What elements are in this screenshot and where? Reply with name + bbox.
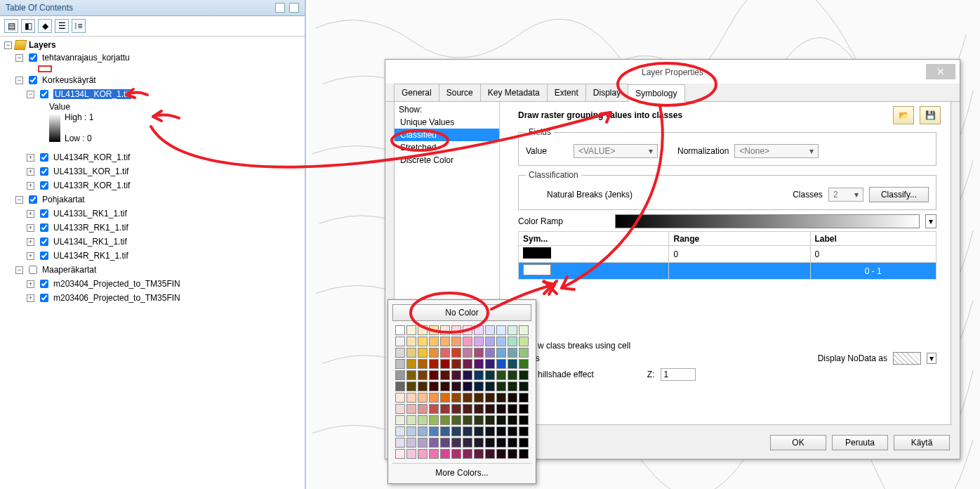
- color-swatch[interactable]: [508, 438, 517, 448]
- group-label[interactable]: Maaperäkartat: [42, 265, 96, 275]
- group-label[interactable]: Pohjakartat: [42, 195, 85, 204]
- symbol-swatch[interactable]: [523, 247, 551, 259]
- color-swatch[interactable]: [395, 370, 405, 380]
- ramp-dropdown-icon[interactable]: ▾: [925, 214, 936, 228]
- layer-checkbox[interactable]: [40, 237, 48, 246]
- color-swatch[interactable]: [440, 348, 450, 358]
- color-swatch[interactable]: [406, 426, 416, 436]
- color-swatch[interactable]: [440, 449, 450, 459]
- color-swatch[interactable]: [474, 382, 484, 391]
- save-icon[interactable]: 💾: [920, 106, 941, 124]
- pin-icon[interactable]: [275, 3, 285, 13]
- layer-label[interactable]: UL4134L_RK1_1.tif: [53, 237, 127, 247]
- color-swatch[interactable]: [463, 438, 472, 448]
- expand-icon[interactable]: +: [27, 238, 34, 246]
- color-swatch[interactable]: [519, 393, 529, 403]
- color-swatch[interactable]: [519, 348, 529, 358]
- apply-button[interactable]: Käytä: [894, 435, 950, 450]
- layer-checkbox[interactable]: [29, 53, 37, 62]
- layer-checkbox[interactable]: [40, 209, 48, 218]
- value-combo[interactable]: <VALUE>: [574, 144, 658, 158]
- tab-key-metadata[interactable]: Key Metadata: [480, 84, 548, 101]
- color-swatch[interactable]: [496, 438, 506, 448]
- color-palette[interactable]: [392, 325, 531, 459]
- symbol-swatch[interactable]: [523, 264, 551, 275]
- color-swatch[interactable]: [440, 438, 450, 448]
- color-swatch[interactable]: [463, 393, 472, 403]
- expand-icon[interactable]: +: [27, 280, 34, 288]
- color-swatch[interactable]: [429, 426, 439, 436]
- color-swatch[interactable]: [496, 393, 506, 403]
- color-swatch[interactable]: [485, 426, 495, 436]
- color-swatch[interactable]: [519, 404, 529, 414]
- layer-label[interactable]: m203404_Projected_to_TM35FIN: [53, 279, 180, 289]
- close-icon[interactable]: [289, 3, 299, 13]
- color-swatch[interactable]: [429, 404, 439, 414]
- color-swatch[interactable]: [395, 382, 405, 391]
- color-swatch[interactable]: [440, 359, 450, 369]
- color-swatch[interactable]: [508, 337, 517, 346]
- color-swatch[interactable]: [440, 325, 450, 335]
- color-swatch[interactable]: [406, 370, 416, 380]
- list-by-selection-icon[interactable]: ☰: [55, 19, 69, 33]
- layer-checkbox[interactable]: [40, 252, 48, 260]
- color-swatch[interactable]: [406, 449, 416, 459]
- color-swatch[interactable]: [451, 415, 461, 425]
- color-swatch[interactable]: [451, 393, 461, 403]
- color-swatch[interactable]: [451, 370, 461, 380]
- color-swatch[interactable]: [519, 449, 529, 459]
- expand-icon[interactable]: +: [27, 294, 34, 302]
- layer-checkbox[interactable]: [40, 153, 48, 162]
- color-swatch[interactable]: [429, 382, 439, 391]
- color-swatch[interactable]: [485, 449, 495, 459]
- color-swatch[interactable]: [508, 404, 517, 414]
- color-swatch[interactable]: [474, 415, 484, 425]
- color-swatch[interactable]: [508, 426, 517, 436]
- layer-checkbox[interactable]: [29, 76, 37, 84]
- layer-checkbox[interactable]: [40, 294, 48, 302]
- color-swatch[interactable]: [406, 438, 416, 448]
- color-swatch[interactable]: [496, 325, 506, 335]
- color-swatch[interactable]: [485, 359, 495, 369]
- color-swatch[interactable]: [418, 359, 428, 369]
- options-icon[interactable]: ⁝≡: [72, 19, 86, 33]
- color-swatch[interactable]: [440, 404, 450, 414]
- color-swatch[interactable]: [474, 438, 484, 448]
- layer-checkbox[interactable]: [29, 266, 37, 274]
- color-swatch[interactable]: [429, 359, 439, 369]
- color-swatch[interactable]: [440, 426, 450, 436]
- cell-range[interactable]: 0: [669, 246, 810, 263]
- layer-label[interactable]: UL4134R_KOR_1.tif: [53, 152, 130, 162]
- color-swatch[interactable]: [395, 337, 405, 346]
- color-swatch[interactable]: [508, 370, 517, 380]
- color-swatch[interactable]: [440, 393, 450, 403]
- color-swatch[interactable]: [496, 449, 506, 459]
- table-row-selected[interactable]: 0 - 1: [519, 263, 936, 280]
- color-swatch[interactable]: [485, 370, 495, 380]
- color-swatch[interactable]: [440, 415, 450, 425]
- color-swatch[interactable]: [496, 404, 506, 414]
- expand-icon[interactable]: −: [27, 91, 34, 98]
- layer-label-selected[interactable]: UL4134L_KOR_1.tif: [53, 89, 131, 99]
- color-swatch[interactable]: [474, 337, 484, 346]
- cell-label[interactable]: 0: [810, 246, 936, 263]
- color-swatch[interactable]: [463, 370, 472, 380]
- color-swatch[interactable]: [429, 393, 439, 403]
- color-swatch[interactable]: [519, 415, 529, 425]
- color-swatch[interactable]: [406, 359, 416, 369]
- color-swatch[interactable]: [418, 449, 428, 459]
- expand-icon[interactable]: +: [27, 252, 34, 260]
- tab-general[interactable]: General: [394, 84, 439, 101]
- group-label[interactable]: Korkeuskäyrät: [42, 75, 96, 85]
- nodata-swatch[interactable]: [893, 352, 921, 365]
- more-colors-button[interactable]: More Colors...: [392, 463, 531, 479]
- color-swatch[interactable]: [429, 325, 439, 335]
- layer-checkbox[interactable]: [40, 181, 48, 190]
- show-option-classified[interactable]: Classified: [395, 129, 499, 141]
- col-symbol[interactable]: Sym...: [519, 232, 669, 246]
- color-swatch[interactable]: [429, 348, 439, 358]
- color-swatch[interactable]: [485, 337, 495, 346]
- color-swatch[interactable]: [451, 325, 461, 335]
- color-swatch[interactable]: [508, 415, 517, 425]
- cell-label[interactable]: 0 - 1: [810, 263, 936, 280]
